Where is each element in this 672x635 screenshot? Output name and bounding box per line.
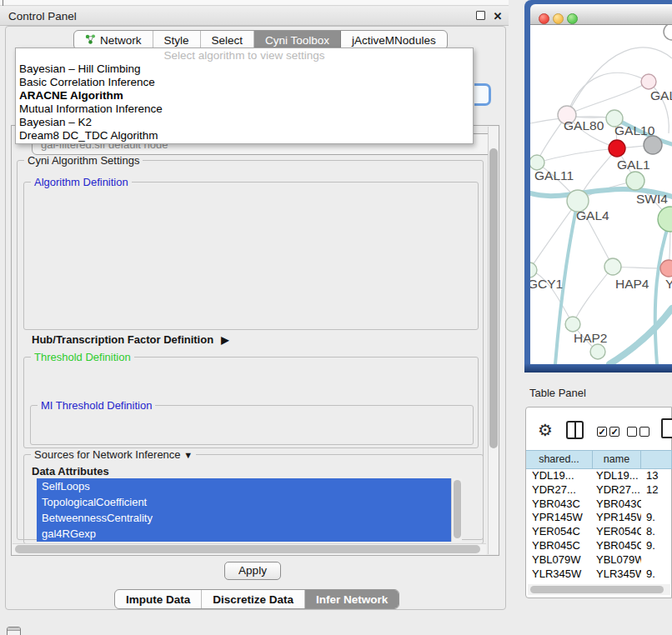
table-cell: 8. (641, 525, 672, 539)
tab-impute-data[interactable]: Impute Data (115, 590, 202, 608)
tab-style[interactable]: Style (153, 31, 201, 49)
attribute-list-scrollbar[interactable] (451, 478, 462, 542)
table-row[interactable]: YLR345WYLR345W9. (526, 568, 672, 582)
top-strip (0, 0, 509, 6)
table-cell: YIL052C (593, 581, 641, 583)
table-row[interactable]: YPR145WYPR145W9. (526, 511, 672, 525)
network-node-swi4[interactable] (658, 207, 672, 232)
network-view-frame-bottom (524, 363, 672, 372)
table-body: YDL19...YDL19...13YDR27...YDR27...12YBR0… (526, 469, 672, 583)
network-node[interactable] (644, 136, 662, 154)
network-node-gal[interactable] (641, 74, 656, 89)
attribute-list-item[interactable]: SelfLoops (37, 478, 451, 494)
tab-label: Infer Network (316, 593, 388, 606)
network-node-gal1[interactable] (609, 140, 625, 157)
deselect-all-icon[interactable] (639, 427, 649, 437)
mac-minimize-icon[interactable] (553, 13, 564, 24)
network-node-label: HAP2 (574, 331, 608, 345)
table-cell: YDR27... (593, 483, 641, 498)
table-row[interactable]: YBR043CYBR043C (526, 498, 672, 512)
table-panel-title: Table Panel (529, 387, 586, 399)
column-header[interactable]: name (593, 451, 641, 468)
control-panel-titlebar: Control Panel (0, 7, 509, 26)
dropdown-item[interactable]: Bayesian – Hill Climbing (16, 62, 473, 76)
control-panel-title: Control Panel (8, 10, 77, 22)
network-node-label: GAL4 (576, 208, 609, 222)
tab-label: jActiveMNodules (352, 34, 436, 47)
gear-icon[interactable]: ⚙ (538, 419, 553, 441)
tab-label: Impute Data (126, 593, 190, 606)
table-cell: YBL079W (526, 553, 593, 568)
hub-factor-expander[interactable]: Hub/Transcription Factor Definition▶ (32, 333, 228, 346)
tab-discretize-data[interactable]: Discretize Data (202, 590, 305, 608)
column-header[interactable] (641, 451, 672, 468)
export-table-icon[interactable] (661, 418, 672, 438)
dropdown-item[interactable]: Mutual Information Inference (16, 102, 473, 116)
table-cell: YLR345W (526, 568, 593, 582)
table-cell: 9. (641, 539, 672, 553)
dropdown-item[interactable]: Basic Correlation Inference (16, 76, 473, 89)
table-row[interactable]: YDR27...YDR27...12 (526, 483, 672, 498)
network-node[interactable] (626, 172, 644, 190)
dropdown-item[interactable]: ARACNE Algorithm (16, 89, 473, 102)
attribute-list-item[interactable]: BetweennessCentrality (37, 510, 451, 526)
columns-icon[interactable] (566, 421, 584, 439)
network-node[interactable] (590, 344, 605, 359)
attribute-list-item[interactable]: TopologicalCoefficient (37, 494, 451, 510)
table-cell: YPR145W (526, 511, 593, 525)
dropdown-prompt: Select algorithm to view settings (16, 48, 473, 62)
app-screen: Control Panel ✕ NetworkStyleSelectCyni T… (0, 0, 672, 635)
network-node-gcy1[interactable] (530, 262, 537, 278)
attribute-list-item[interactable]: gal4RGexp (37, 526, 451, 542)
tab-network[interactable]: Network (74, 31, 153, 49)
sources-collapse-arrow-icon[interactable]: ▼ (183, 450, 193, 460)
network-node-label: GAL11 (534, 168, 574, 182)
close-icon[interactable]: ✕ (491, 7, 504, 26)
network-node-label: HAP4 (615, 277, 649, 291)
network-canvas[interactable]: GALGAL80GAL10GAL1GAL11SWI4GAL4GCY1HAP4YH… (530, 25, 672, 364)
settings-horizontal-scrollbar-thumb[interactable] (15, 545, 480, 553)
table-row[interactable]: YBR045CYBR045C9. (526, 539, 672, 553)
tab-label: Network (100, 34, 142, 47)
table-cell: YDL19... (593, 469, 641, 483)
table-row[interactable]: YBL079WYBL079W (526, 553, 672, 568)
clipped-bubble (664, 25, 672, 40)
table-cell: YBR043C (593, 498, 641, 512)
select-all-check-icon[interactable]: ✓ (609, 427, 619, 437)
algorithm-definition-legend: Algorithm Definition (31, 176, 132, 188)
table-cell: YLR345W (593, 568, 641, 582)
settings-vertical-scrollbar-thumb[interactable] (489, 148, 498, 448)
float-window-icon[interactable] (476, 11, 485, 20)
table-row[interactable]: YDL19...YDL19...13 (526, 469, 672, 483)
tab-jactivemnodules[interactable]: jActiveMNodules (341, 31, 447, 49)
network-tab-icon (85, 34, 96, 47)
table-horizontal-scrollbar-thumb[interactable] (530, 586, 664, 593)
table-cell: 9. (641, 511, 672, 525)
mac-close-icon[interactable] (539, 13, 549, 24)
table-cell: YBR043C (526, 498, 593, 512)
table-cell: YPR145W (593, 511, 641, 525)
dropdown-item[interactable]: Bayesian – K2 (16, 116, 473, 129)
network-node-hap4[interactable] (604, 258, 621, 275)
network-node-hap2[interactable] (565, 317, 580, 332)
table-cell (641, 498, 672, 512)
tab-select[interactable]: Select (201, 31, 255, 49)
deselect-all-icon[interactable] (627, 427, 637, 437)
table-row[interactable]: YIL052CYIL052C9. (526, 581, 672, 583)
restore-panel-icon[interactable] (7, 627, 21, 635)
network-window-titlebar (530, 4, 672, 25)
mac-zoom-icon[interactable] (567, 13, 578, 24)
column-header[interactable]: shared... (526, 451, 593, 468)
apply-button[interactable]: Apply (224, 562, 281, 580)
focused-combo-fragment[interactable] (474, 83, 491, 106)
tab-label: Select (212, 34, 243, 47)
table-cell: YIL052C (526, 581, 593, 583)
tab-infer-network[interactable]: Infer Network (305, 590, 399, 608)
dropdown-item[interactable]: Dream8 DC_TDC Algorithm (16, 129, 473, 142)
table-cell: 9. (641, 568, 672, 582)
select-all-check-icon[interactable]: ✓ (597, 427, 607, 437)
table-cell: YER054C (526, 525, 593, 539)
network-node-y[interactable] (660, 260, 672, 277)
table-row[interactable]: YER054CYER054C8. (526, 525, 672, 539)
tab-cyni-toolbox[interactable]: Cyni Toolbox (254, 31, 341, 49)
